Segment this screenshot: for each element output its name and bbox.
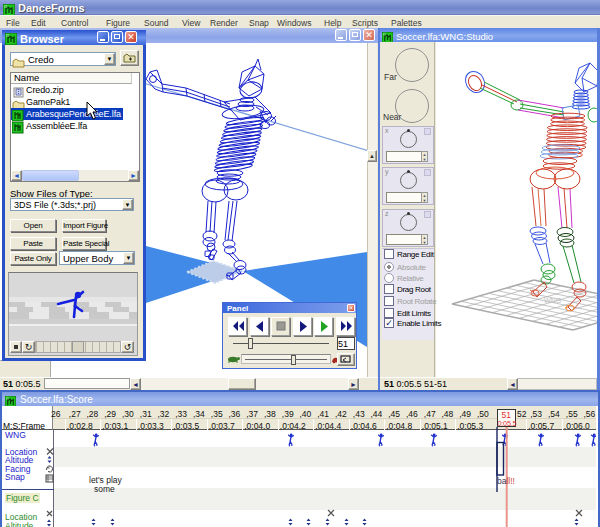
svg-text:WNG: WNG <box>544 297 561 304</box>
